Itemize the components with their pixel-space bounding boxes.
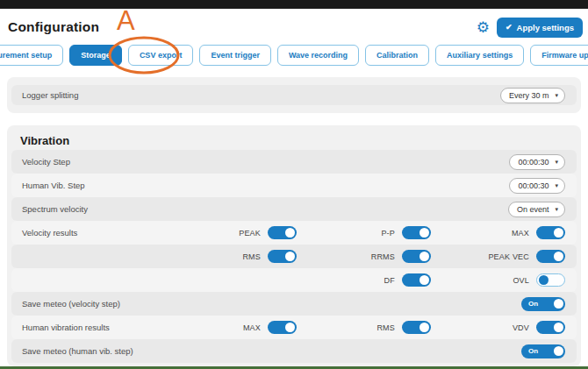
tab-bar: Measurement setup Storage CSV export Eve… <box>0 45 588 66</box>
page-title: Configuration <box>8 19 99 35</box>
toggle-cell: MAX <box>431 226 565 239</box>
vdv-toggle[interactable] <box>536 321 565 334</box>
toggle-cell: RRMS <box>297 250 431 263</box>
toggle-knob <box>554 323 563 332</box>
ovl-toggle[interactable] <box>536 273 565 287</box>
toggle-cell: DF <box>297 273 431 287</box>
vibration-card: Vibration Velocity Step 00:00:30 ▾ Human… <box>7 125 581 366</box>
tab-wave-recording[interactable]: Wave recording <box>277 45 359 66</box>
window-top-bar <box>0 0 588 9</box>
caret-down-icon: ▾ <box>555 159 558 165</box>
toggle-cell: P-P <box>297 226 431 239</box>
toggle-cell: PEAK VEC <box>431 250 565 263</box>
save-meteo-velocity-toggle[interactable]: On <box>521 297 565 311</box>
row-velocity-step: Velocity Step 00:00:30 ▾ <box>11 150 577 174</box>
row-save-meteo-human: Save meteo (human vib. step) On <box>11 339 577 363</box>
toggle-cell: PEAK <box>162 226 297 239</box>
row-velocity-results-3: DF OVL <box>11 268 577 292</box>
gear-icon[interactable]: ⚙ <box>477 20 490 35</box>
toggle-knob <box>419 323 429 332</box>
toggle-knob <box>554 346 563 356</box>
toggle-knob <box>285 228 295 238</box>
row-spectrum-velocity: Spectrum velocity On event ▾ <box>11 197 577 221</box>
page-header: Configuration ⚙ ✔ Apply settings <box>0 9 588 40</box>
velocity-results-toggles-3: DF OVL <box>162 273 565 287</box>
human-vib-step-select[interactable]: 00:00:30 ▾ <box>509 178 565 194</box>
peak-vec-label: PEAK VEC <box>488 252 529 261</box>
peak-label: PEAK <box>239 229 261 238</box>
spectrum-velocity-label: Spectrum velocity <box>22 204 88 214</box>
toggle-knob <box>419 252 429 261</box>
velocity-step-value: 00:00:30 <box>518 158 549 167</box>
p-p-label: P-P <box>381 229 395 238</box>
human-vibration-results-label: Human vibration results <box>22 323 110 332</box>
p-p-toggle[interactable] <box>402 226 431 239</box>
caret-down-icon: ▾ <box>555 92 558 98</box>
toggle-knob <box>554 228 563 238</box>
toggle-knob <box>554 299 563 309</box>
df-label: DF <box>384 276 395 285</box>
row-human-vib-step: Human Vib. Step 00:00:30 ▾ <box>11 174 577 197</box>
toggle-cell: RMS <box>297 321 431 334</box>
max-label: MAX <box>512 229 529 238</box>
velocity-step-select[interactable]: 00:00:30 ▾ <box>509 154 565 170</box>
toggle-knob <box>285 252 295 261</box>
toggle-knob <box>285 323 295 332</box>
rms-label: RMS <box>242 252 261 261</box>
toggle-cell-empty <box>162 273 297 287</box>
velocity-results-toggles: PEAK P-P MAX <box>162 226 565 239</box>
df-toggle[interactable] <box>402 273 431 287</box>
rms-toggle[interactable] <box>268 250 297 263</box>
save-meteo-velocity-label: Save meteo (velocity step) <box>22 299 120 309</box>
tab-firmware-upgrade[interactable]: Firmware upgrade <box>530 45 588 66</box>
logger-splitting-select[interactable]: Every 30 m ▾ <box>500 88 565 103</box>
logger-splitting-value: Every 30 m <box>509 91 549 100</box>
spectrum-velocity-select[interactable]: On event ▾ <box>508 202 565 217</box>
hv-max-label: MAX <box>243 323 261 332</box>
peak-vec-toggle[interactable] <box>536 250 565 263</box>
row-velocity-results: Velocity results PEAK P-P MAX <box>11 221 577 245</box>
tab-storage[interactable]: Storage <box>69 45 122 66</box>
vibration-section-title: Vibration <box>20 134 577 147</box>
caret-down-icon: ▾ <box>555 206 558 212</box>
tab-measurement-setup[interactable]: Measurement setup <box>0 45 63 66</box>
row-human-vibration-results: Human vibration results MAX RMS VDV <box>11 316 577 339</box>
rrms-label: RRMS <box>371 252 395 261</box>
hv-rms-toggle[interactable] <box>402 321 431 334</box>
rrms-toggle[interactable] <box>402 250 431 263</box>
apply-settings-button[interactable]: ✔ Apply settings <box>497 18 583 38</box>
human-vib-step-value: 00:00:30 <box>518 181 549 190</box>
peak-toggle[interactable] <box>268 226 297 239</box>
hv-max-toggle[interactable] <box>268 321 297 334</box>
caret-down-icon: ▾ <box>555 182 558 188</box>
row-velocity-results-2: RMS RRMS PEAK VEC <box>11 245 577 268</box>
tab-calibration[interactable]: Calibration <box>365 45 429 66</box>
toggle-cell: MAX <box>162 321 297 334</box>
tab-csv-export[interactable]: CSV export <box>128 45 194 66</box>
spectrum-velocity-value: On event <box>517 205 549 214</box>
max-toggle[interactable] <box>536 226 565 239</box>
toggle-cell: VDV <box>431 321 565 334</box>
velocity-results-label: Velocity results <box>22 228 77 238</box>
human-vibration-toggles: MAX RMS VDV <box>162 321 565 334</box>
toggle-on-text: On <box>521 300 538 308</box>
toggle-cell: OVL <box>431 273 565 287</box>
toggle-on-text: On <box>521 347 538 355</box>
toggle-knob <box>419 228 429 238</box>
hv-rms-label: RMS <box>376 323 395 332</box>
logger-splitting-card: Logger splitting Every 30 m ▾ <box>7 77 581 113</box>
toggle-knob <box>539 275 549 285</box>
save-meteo-human-label: Save meteo (human vib. step) <box>22 346 133 356</box>
toggle-knob <box>419 275 429 285</box>
apply-settings-label: Apply settings <box>517 23 574 32</box>
row-save-meteo-velocity: Save meteo (velocity step) On <box>11 292 577 316</box>
tab-event-trigger[interactable]: Event trigger <box>199 45 271 66</box>
human-vib-step-label: Human Vib. Step <box>22 181 85 190</box>
check-icon: ✔ <box>506 23 513 32</box>
tab-auxiliary-settings[interactable]: Auxiliary settings <box>435 45 524 66</box>
save-meteo-human-toggle[interactable]: On <box>521 344 565 358</box>
velocity-results-toggles-2: RMS RRMS PEAK VEC <box>162 250 565 263</box>
logger-splitting-label: Logger splitting <box>22 90 78 100</box>
toggle-knob <box>554 252 563 261</box>
velocity-step-label: Velocity Step <box>22 157 70 167</box>
